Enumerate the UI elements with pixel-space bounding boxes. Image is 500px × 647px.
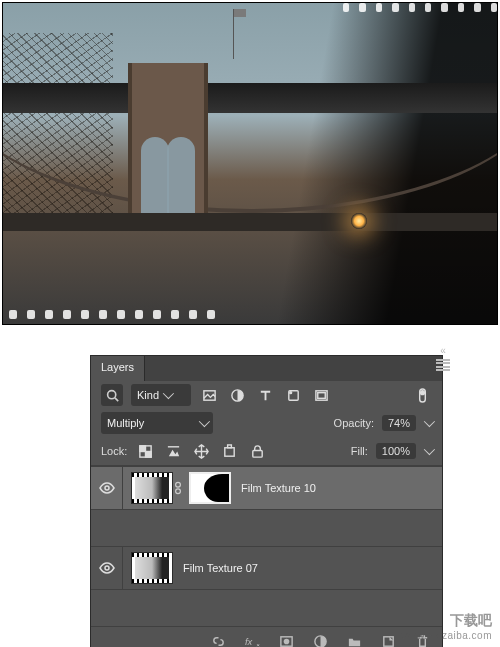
opacity-value[interactable]: 74% [382,415,416,431]
film-perforation-bottom [3,310,497,324]
layer-gap [91,590,442,626]
blend-mode-select[interactable]: Multiply [101,412,213,434]
filter-kind-label: Kind [137,389,159,401]
adjustment-filter-icon[interactable] [227,385,247,405]
shape-filter-icon[interactable] [283,385,303,405]
svg-rect-18 [176,489,181,494]
svg-point-16 [105,486,109,490]
visibility-toggle[interactable] [91,466,123,510]
svg-point-5 [289,391,291,393]
layer-thumbnail[interactable] [131,552,173,584]
fill-label: Fill: [351,445,368,457]
chevron-down-icon[interactable] [424,444,435,455]
chevron-down-icon [199,416,210,427]
filter-toggle-switch[interactable] [412,385,432,405]
svg-rect-13 [225,447,234,455]
lock-label: Lock: [101,445,127,457]
layer-gap [91,510,442,546]
svg-point-9 [420,390,424,394]
lock-position-icon[interactable] [191,441,211,461]
fill-value[interactable]: 100% [376,443,416,459]
watermark-line1: 下载吧 [402,612,492,630]
document-canvas[interactable] [2,2,498,325]
tab-layers[interactable]: Layers [91,356,145,381]
svg-rect-12 [145,451,151,457]
svg-point-0 [107,390,115,398]
lock-all-icon[interactable] [247,441,267,461]
lock-artboard-icon[interactable] [219,441,239,461]
opacity-label: Opacity: [334,417,374,429]
mask-icon[interactable] [276,632,296,648]
layer-name[interactable]: Film Texture 10 [241,482,316,494]
type-filter-icon[interactable] [255,385,275,405]
group-icon[interactable] [344,632,364,648]
layers-panel-wrapper: « Layers Kind Multiply [90,345,450,647]
lock-fill-row: Lock: Fill: 100% [91,437,442,465]
fx-icon[interactable]: fx [242,632,262,648]
svg-rect-24 [383,637,392,646]
watermark-line2: www.xiazaiba.com [402,630,492,641]
image-filter-icon[interactable] [199,385,219,405]
sun-glow [351,213,367,229]
svg-point-22 [283,639,289,645]
svg-rect-7 [317,392,325,398]
svg-line-1 [114,397,117,400]
layer-list: Film Texture 10 Film Texture 07 [91,466,442,626]
layer-thumbnail[interactable] [131,472,173,504]
lock-image-icon[interactable] [163,441,183,461]
chevron-down-icon [163,388,174,399]
new-layer-icon[interactable] [378,632,398,648]
watermark: 下载吧 www.xiazaiba.com [402,612,492,641]
svg-text:fx: fx [245,637,253,647]
layer-row[interactable]: Film Texture 10 [91,466,442,510]
layers-panel: Layers Kind Multiply [90,355,443,647]
visibility-toggle[interactable] [91,546,123,590]
lock-transparency-icon[interactable] [135,441,155,461]
film-perforation-top [3,3,497,17]
collapse-panel-icon[interactable]: « [436,345,450,359]
layer-filter-row: Kind [91,381,442,409]
filter-kind-select[interactable]: Kind [131,384,191,406]
blend-mode-value: Multiply [107,417,144,429]
layers-footer: fx [91,626,442,647]
svg-rect-15 [253,450,262,457]
layer-mask-thumbnail[interactable] [189,472,231,504]
flagpole [233,9,234,59]
layer-name[interactable]: Film Texture 07 [183,562,258,574]
layer-row[interactable]: Film Texture 07 [91,546,442,590]
svg-rect-14 [227,444,231,447]
link-layers-icon[interactable] [208,632,228,648]
filter-search-icon[interactable] [101,384,123,406]
svg-point-19 [105,566,109,570]
smartobject-filter-icon[interactable] [311,385,331,405]
mask-link-icon[interactable] [173,481,183,495]
svg-rect-11 [140,445,146,451]
adjustment-layer-icon[interactable] [310,632,330,648]
bridge-illustration [3,83,497,243]
panel-tabbar: Layers [91,356,442,381]
panel-menu-icon[interactable] [436,359,450,371]
chevron-down-icon[interactable] [424,416,435,427]
blend-opacity-row: Multiply Opacity: 74% [91,409,442,437]
svg-rect-17 [176,482,181,487]
